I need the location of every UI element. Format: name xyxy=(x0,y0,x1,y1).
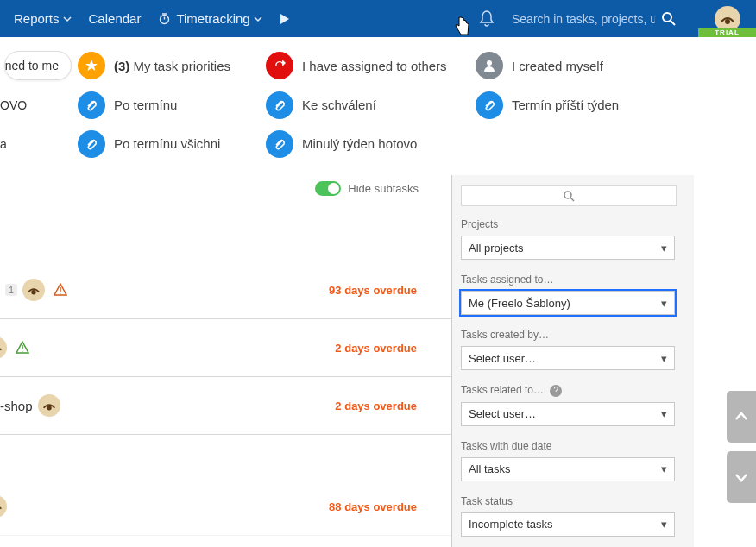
avatar-illustration-icon xyxy=(718,9,737,28)
select-value: Me (Freelo Šablony) xyxy=(469,297,570,310)
assigned-label: Tasks assigned to… xyxy=(461,274,694,286)
filter-my-priorities[interactable]: (3) My task priorities xyxy=(78,52,230,80)
filter-assigned-to-me-label: ned to me xyxy=(5,59,59,72)
select-value: All projects xyxy=(469,242,524,255)
hide-subtasks-toggle[interactable] xyxy=(315,181,341,196)
user-menu[interactable]: TRIAL xyxy=(698,0,756,37)
nav-timetracking-label: Timetracking xyxy=(176,11,249,26)
notifications-bell[interactable] xyxy=(472,0,501,37)
filter-label: Termín příští týden xyxy=(512,97,619,112)
assignee-avatar[interactable] xyxy=(22,279,45,301)
task-row[interactable]: 2 days overdue xyxy=(0,319,451,377)
filter-label: Minulý týden hotovo xyxy=(302,136,417,151)
status-select[interactable]: Incomplete tasks ▾ xyxy=(461,512,675,537)
assignee-avatar[interactable] xyxy=(0,336,7,359)
chevron-down-icon: ▾ xyxy=(661,242,667,255)
nav-reports-label: Reports xyxy=(14,11,60,26)
chevron-down-icon xyxy=(63,15,72,23)
chevron-down-icon: ▾ xyxy=(661,352,667,365)
assigned-select[interactable]: Me (Freelo Šablony) ▾ xyxy=(461,291,675,315)
filter-label: Po termínu všichni xyxy=(114,136,220,151)
attachment-icon xyxy=(266,91,293,119)
star-icon xyxy=(78,52,105,79)
nav-play[interactable] xyxy=(271,0,299,37)
share-icon xyxy=(266,52,293,79)
due-select[interactable]: All tasks ▾ xyxy=(461,457,675,481)
scroll-up-button[interactable] xyxy=(727,391,756,443)
subtask-count-badge: 1 xyxy=(5,284,17,296)
person-icon xyxy=(476,52,503,79)
filter-assigned-to-me[interactable]: ned to me xyxy=(4,51,72,80)
attachment-icon xyxy=(78,130,105,158)
stopwatch-icon xyxy=(158,12,171,25)
projects-select[interactable]: All projects ▾ xyxy=(461,236,675,260)
attachment-icon xyxy=(78,91,105,119)
filter-termin-pristi-tyden[interactable]: Termín příští týden xyxy=(476,91,619,119)
avatar-illustration-icon xyxy=(0,498,4,515)
task-title-fragment: -shop xyxy=(0,399,33,413)
attachment-icon xyxy=(266,130,293,158)
filter-ke-schvaleni[interactable]: Ke schválení xyxy=(266,91,376,119)
select-value: Select user… xyxy=(469,407,536,420)
search-button[interactable] xyxy=(657,11,681,27)
filter-label: Ke schválení xyxy=(302,97,376,112)
created-select[interactable]: Select user… ▾ xyxy=(461,346,675,370)
svg-point-13 xyxy=(564,192,571,198)
status-label: Task status xyxy=(461,495,694,507)
nav-reports[interactable]: Reports xyxy=(5,0,80,37)
created-label: Tasks created by… xyxy=(461,329,694,341)
warning-icon xyxy=(16,341,29,355)
sidebar-search[interactable] xyxy=(461,185,677,206)
select-value: All tasks xyxy=(469,462,510,475)
play-icon xyxy=(280,13,290,25)
chevron-down-icon: ▾ xyxy=(661,462,667,475)
trial-badge: TRIAL xyxy=(698,28,756,37)
filter-label: I created myself xyxy=(512,59,603,73)
svg-point-4 xyxy=(487,60,492,66)
svg-point-7 xyxy=(0,339,4,356)
chevron-up-icon xyxy=(734,409,749,424)
assignee-avatar[interactable] xyxy=(0,495,7,518)
search-input[interactable] xyxy=(510,11,657,27)
chevron-down-icon: ▾ xyxy=(661,297,667,310)
filter-created-myself[interactable]: I created myself xyxy=(476,52,603,80)
chevron-down-icon: ▾ xyxy=(661,518,667,531)
task-row[interactable]: 88 days overdue xyxy=(0,478,451,536)
global-search[interactable] xyxy=(501,0,698,37)
filter-po-terminu[interactable]: Po termínu xyxy=(78,91,177,119)
task-row[interactable]: -shop 2 days overdue xyxy=(0,377,451,435)
filter-label: (3) My task priorities xyxy=(114,59,230,73)
chevron-down-icon xyxy=(734,469,749,485)
warning-icon xyxy=(54,283,67,297)
nav-timetracking[interactable]: Timetracking xyxy=(149,0,270,37)
hide-subtasks-label: Hide subtasks xyxy=(348,182,419,195)
help-icon[interactable]: ? xyxy=(550,385,562,397)
task-row[interactable]: 1 93 days overdue xyxy=(0,261,451,319)
assignee-avatar[interactable] xyxy=(38,394,60,417)
avatar-illustration-icon xyxy=(0,339,4,356)
filter-po-terminu-vsichni[interactable]: Po termínu všichni xyxy=(78,129,220,158)
filter-label: I have assigned to others xyxy=(302,59,447,73)
svg-point-3 xyxy=(725,19,730,24)
filter-label: Po termínu xyxy=(114,97,177,112)
select-value: Incomplete tasks xyxy=(469,518,553,531)
filter-fragment[interactable]: OVO xyxy=(0,98,27,112)
search-icon xyxy=(563,190,575,202)
related-select[interactable]: Select user… ▾ xyxy=(461,402,675,426)
search-icon xyxy=(661,11,677,27)
nav-calendar[interactable]: Calendar xyxy=(80,0,150,37)
scroll-down-button[interactable] xyxy=(727,451,756,503)
user-avatar xyxy=(715,6,740,32)
related-label: Tasks related to… ? xyxy=(461,384,694,397)
svg-point-10 xyxy=(47,406,51,410)
overdue-label: 88 days overdue xyxy=(329,500,417,513)
projects-label: Projects xyxy=(461,218,694,230)
svg-point-1 xyxy=(663,13,671,22)
overdue-label: 2 days overdue xyxy=(335,342,417,355)
nav-calendar-label: Calendar xyxy=(89,11,142,26)
filter-assigned-to-others[interactable]: I have assigned to others xyxy=(266,52,447,80)
filter-minuly-tyden-hotovo[interactable]: Minulý týden hotovo xyxy=(266,129,417,158)
chevron-down-icon: ▾ xyxy=(661,407,667,420)
filter-fragment[interactable]: a xyxy=(0,137,7,151)
attachment-icon xyxy=(476,91,503,119)
